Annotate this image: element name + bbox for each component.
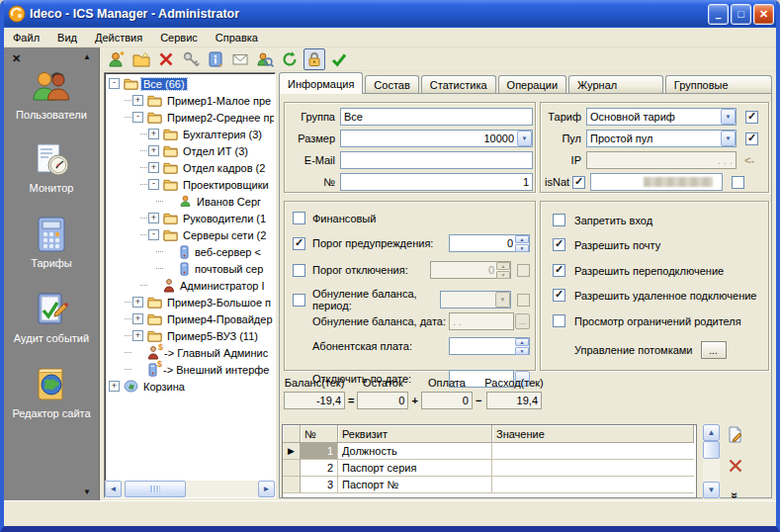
expand-icon[interactable] <box>132 313 143 324</box>
allow-remote-checkbox[interactable] <box>553 289 565 302</box>
expand-icon[interactable] <box>148 162 159 173</box>
expand-icon[interactable] <box>148 213 159 223</box>
allow-mail-checkbox[interactable] <box>553 238 565 251</box>
row-number-cell[interactable]: 1 <box>301 443 338 460</box>
delete-requisite-button[interactable] <box>728 458 743 478</box>
table-vertical-scrollbar[interactable]: ▲ ▼ <box>703 424 720 498</box>
cutoff-threshold-checkbox[interactable] <box>293 264 305 277</box>
collapse-icon[interactable] <box>132 112 143 123</box>
tab-group-operations[interactable]: Групповые операции <box>665 75 772 94</box>
more-rows-icon[interactable]: » <box>729 492 742 499</box>
menu-view[interactable]: Вид <box>48 30 86 45</box>
isnat-extra-checkbox[interactable] <box>732 176 744 189</box>
tree-item[interactable]: Пример3-Большое п <box>107 294 274 310</box>
value-cell[interactable] <box>492 443 694 460</box>
scroll-right-icon[interactable]: ► <box>258 481 275 497</box>
tree-item[interactable]: Отдел ИТ (3) <box>107 142 274 159</box>
tree-item[interactable]: Пример5-ВУЗ (11) <box>107 327 274 344</box>
warning-threshold-checkbox[interactable] <box>293 237 305 250</box>
collapse-icon[interactable] <box>148 229 159 240</box>
tree-item[interactable]: Руководители (1 <box>107 210 274 226</box>
new-group-button[interactable] <box>130 48 152 70</box>
tab-statistics[interactable]: Статистика <box>421 75 496 94</box>
balance-reset-period-checkbox[interactable] <box>293 294 305 307</box>
financial-checkbox[interactable] <box>293 212 305 224</box>
find-user-button[interactable] <box>254 48 276 70</box>
expand-icon[interactable] <box>132 95 143 106</box>
tree-horizontal-scrollbar[interactable]: ◄ ► <box>105 481 275 497</box>
sidebar-scroll-down-icon[interactable]: ▼ <box>83 488 91 496</box>
tree-item[interactable]: Пример2-Среднее пр <box>107 109 274 126</box>
tree-item[interactable]: Серверы сети (2 <box>107 226 274 243</box>
collapse-icon[interactable] <box>109 78 120 89</box>
tree-item[interactable]: почтовый сер <box>107 260 274 277</box>
expand-icon[interactable] <box>148 129 159 139</box>
isnat-checkbox[interactable] <box>572 176 585 189</box>
tab-members[interactable]: Состав <box>365 75 418 94</box>
close-button[interactable]: ✕ <box>753 4 774 25</box>
scroll-left-icon[interactable]: ◄ <box>105 481 122 497</box>
title-bar[interactable]: Ideco - ICS Manager - Administrator – □ … <box>0 0 780 28</box>
dropdown-arrow-icon[interactable]: ▼ <box>721 131 736 146</box>
scroll-down-icon[interactable]: ▼ <box>703 482 720 498</box>
tree-item[interactable]: $ -> Главный Админис <box>107 344 274 361</box>
requisite-cell[interactable]: Должность <box>338 443 492 460</box>
tariff-checkbox[interactable] <box>745 111 758 124</box>
sidebar-close-icon[interactable]: ✕ <box>12 52 21 65</box>
menu-actions[interactable]: Действия <box>86 30 151 45</box>
edit-requisite-button[interactable] <box>727 426 743 447</box>
allow-reconnect-checkbox[interactable] <box>553 264 565 277</box>
isnat-value-input[interactable] <box>590 173 723 191</box>
tariff-select[interactable]: Основной тариф ▼ <box>586 108 737 126</box>
value-cell[interactable] <box>492 477 694 493</box>
expand-icon[interactable] <box>109 381 120 392</box>
sidebar-scroll-up-icon[interactable]: ▲ <box>83 52 91 61</box>
sidebar-item-audit[interactable]: Аудит событий <box>14 291 89 344</box>
email-input[interactable] <box>340 151 533 169</box>
table-row[interactable]: 2 Паспорт серия <box>283 460 696 477</box>
tree-item[interactable]: веб-сервер < <box>107 243 274 260</box>
dropdown-arrow-icon[interactable]: ▼ <box>721 109 736 125</box>
expand-icon[interactable] <box>132 297 143 308</box>
column-header-requisite[interactable]: Реквизит <box>338 425 492 443</box>
apply-button[interactable] <box>328 48 350 70</box>
tab-information[interactable]: Информация <box>279 72 363 94</box>
mail-button[interactable] <box>229 48 251 70</box>
address-book-button[interactable] <box>205 48 226 70</box>
menu-help[interactable]: Справка <box>207 30 267 45</box>
value-cell[interactable] <box>492 460 694 477</box>
tree-item[interactable]: Проектировщики <box>107 176 274 193</box>
requisite-cell[interactable]: Паспорт № <box>338 477 492 493</box>
collapse-icon[interactable] <box>148 179 159 190</box>
scrollbar-thumb[interactable] <box>703 441 720 459</box>
pool-select[interactable]: Простой пул ▼ <box>586 130 737 147</box>
sidebar-item-monitor[interactable]: Монитор <box>30 142 74 194</box>
tree-item[interactable]: Иванов Серг <box>107 193 274 210</box>
sidebar-item-tariffs[interactable]: Тарифы <box>31 216 72 269</box>
maximize-button[interactable]: □ <box>731 4 751 25</box>
view-parent-limits-checkbox[interactable] <box>553 314 565 327</box>
requisite-cell[interactable]: Паспорт серия <box>338 460 492 477</box>
group-input[interactable] <box>340 108 533 126</box>
tree-item[interactable]: Администратор I <box>107 277 274 294</box>
table-row[interactable]: 3 Паспорт № <box>283 477 696 493</box>
tree-item-recycle[interactable]: Корзина <box>107 378 274 395</box>
column-header-value[interactable]: Значение <box>492 425 694 443</box>
ip-back-arrow-icon[interactable]: <- <box>744 154 754 166</box>
tree-item[interactable]: Пример1-Малое пре <box>107 92 274 109</box>
scrollbar-thumb[interactable] <box>125 481 186 497</box>
number-input[interactable] <box>340 173 533 191</box>
menu-file[interactable]: Файл <box>4 30 48 45</box>
expand-icon[interactable] <box>148 145 159 156</box>
size-dropdown-icon[interactable]: ▼ <box>517 131 532 146</box>
row-number-cell[interactable]: 2 <box>301 460 338 477</box>
row-number-cell[interactable]: 3 <box>301 477 338 493</box>
sidebar-item-site-editor[interactable]: Редактор сайта <box>12 366 90 419</box>
scroll-up-icon[interactable]: ▲ <box>703 424 720 441</box>
spinner-buttons[interactable]: ▲▼ <box>515 338 529 354</box>
tree-item[interactable]: Пример4-Провайдер <box>107 310 274 327</box>
pool-checkbox[interactable] <box>745 133 758 145</box>
tab-operations-log[interactable]: Журнал операций <box>568 75 663 94</box>
add-user-button[interactable] <box>106 48 128 70</box>
lock-button[interactable] <box>303 48 325 70</box>
